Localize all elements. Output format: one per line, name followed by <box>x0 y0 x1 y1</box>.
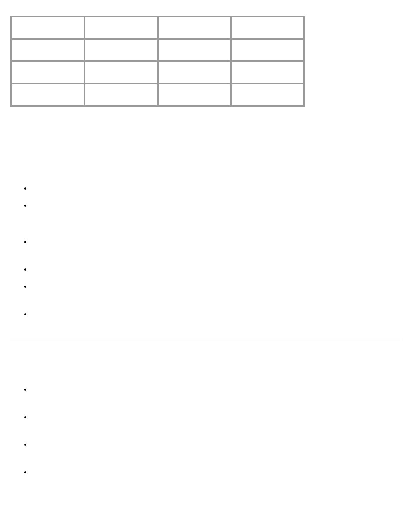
bullet-list-1 <box>10 184 401 319</box>
table-cell <box>12 62 84 83</box>
list-item <box>31 413 401 422</box>
list-item <box>31 265 401 274</box>
list-item <box>31 310 401 319</box>
table-cell <box>85 62 157 83</box>
list-item <box>31 283 401 291</box>
table-cell <box>12 84 84 106</box>
table-row <box>12 17 304 38</box>
table-row <box>12 62 304 83</box>
table-cell <box>12 39 84 61</box>
list-item <box>31 238 401 246</box>
table-cell <box>85 17 157 38</box>
table-cell <box>158 84 230 106</box>
table-cell <box>231 17 304 38</box>
table-cell <box>85 39 157 61</box>
table-row <box>12 84 304 106</box>
table-cell <box>158 39 230 61</box>
list-item <box>31 202 401 210</box>
table-cell <box>158 62 230 83</box>
table-cell <box>12 17 84 38</box>
table-cell <box>231 84 304 106</box>
table-cell <box>158 17 230 38</box>
table-cell <box>231 39 304 61</box>
list-item <box>31 468 401 477</box>
list-item <box>31 386 401 394</box>
table-cell <box>231 62 304 83</box>
page-container <box>0 0 411 532</box>
table-cell <box>85 84 157 106</box>
table-row <box>12 39 304 61</box>
list-item <box>31 441 401 449</box>
list-item <box>31 184 401 193</box>
bullet-list-2 <box>10 386 401 477</box>
data-table <box>10 16 305 107</box>
